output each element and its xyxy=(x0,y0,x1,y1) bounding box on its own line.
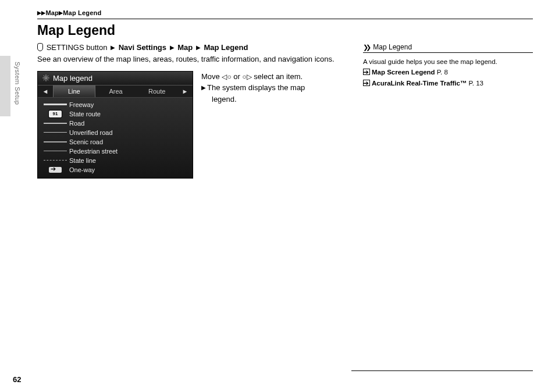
section-label: System Setup xyxy=(14,62,21,105)
screenshot: Map legend ◄ Line Area Route ► Freeway91… xyxy=(37,71,193,179)
instr-line-2: ▶The system displays the map legend.The … xyxy=(201,82,305,105)
legend-label: Pedestrian street xyxy=(69,148,118,155)
note-heading: ❯❯ Map Legend xyxy=(363,43,533,53)
screenshot-title: Map legend xyxy=(53,74,92,83)
crumb-1: Map xyxy=(45,9,59,16)
legend-swatch xyxy=(41,104,69,105)
link-icon xyxy=(363,69,370,75)
legend-swatch xyxy=(41,160,69,161)
legend-swatch xyxy=(41,167,69,173)
gear-icon xyxy=(42,74,49,81)
shield-icon: 91 xyxy=(49,111,62,117)
right-arrow-icon[interactable]: ► xyxy=(177,85,193,97)
legend-swatch xyxy=(41,141,69,142)
legend-row: Unverified road xyxy=(38,128,193,137)
joystick-right-icon: ○▷ xyxy=(242,72,251,82)
settings-button-icon xyxy=(37,43,43,51)
rule xyxy=(37,19,533,19)
link-icon xyxy=(363,80,370,86)
legend-row: Scenic road xyxy=(38,137,193,147)
chevrons-icon: ❯❯ xyxy=(363,44,369,51)
tab-line[interactable]: Line xyxy=(53,85,95,97)
path-step: Map xyxy=(177,43,193,52)
legend-label: State line xyxy=(69,157,96,164)
instructions: Move ◁○ or ○▷ select an item. ▶The syste… xyxy=(201,71,305,105)
legend-label: One-way xyxy=(69,166,95,173)
tri-icon: ▶ xyxy=(170,44,175,51)
legend-label: Freeway xyxy=(69,101,94,108)
joystick-left-icon: ◁○ xyxy=(222,72,231,82)
legend-label: Scenic road xyxy=(69,138,103,145)
legend-row: 91State route xyxy=(38,109,193,119)
page-title: Map Legend xyxy=(37,23,533,38)
legend-swatch: 91 xyxy=(41,111,69,117)
page-number: 62 xyxy=(13,375,21,384)
screenshot-body: Freeway91State routeRoadUnverified roadS… xyxy=(38,98,193,178)
legend-row: State line xyxy=(38,156,193,165)
tri-icon: ▶ xyxy=(196,44,201,51)
path-step: Navi Settings xyxy=(119,43,166,52)
path-step: Map Legend xyxy=(204,43,248,52)
legend-swatch xyxy=(41,123,69,124)
legend-swatch xyxy=(41,132,69,133)
screenshot-tabs: ◄ Line Area Route ► xyxy=(38,85,193,98)
legend-row: Road xyxy=(38,119,193,128)
legend-swatch xyxy=(41,151,69,151)
legend-label: Unverified road xyxy=(69,129,113,136)
left-arrow-icon[interactable]: ◄ xyxy=(38,85,53,97)
breadcrumb: ▶▶Map▶Map Legend xyxy=(37,9,533,16)
path-button: SETTINGS button xyxy=(47,43,108,52)
crumb-2: Map Legend xyxy=(63,9,101,16)
tri-icon: ▶ xyxy=(201,84,206,91)
instr-line-1: Move ◁○ or ○▷ select an item. xyxy=(201,71,305,83)
screenshot-header: Map legend xyxy=(38,72,193,85)
svg-line-5 xyxy=(44,76,45,77)
main-column: SETTINGS button ▶ Navi Settings ▶ Map ▶ … xyxy=(37,43,351,179)
svg-line-6 xyxy=(48,80,49,81)
svg-line-8 xyxy=(48,76,49,77)
side-tab xyxy=(0,56,10,116)
legend-label: Road xyxy=(69,120,84,127)
svg-point-0 xyxy=(45,77,47,79)
note-text: A visual guide helps you see the map leg… xyxy=(363,56,533,67)
legend-label: State route xyxy=(69,111,101,117)
nav-path: SETTINGS button ▶ Navi Settings ▶ Map ▶ … xyxy=(37,43,351,52)
legend-row: Pedestrian street xyxy=(38,147,193,156)
oneway-icon xyxy=(49,167,62,173)
rule xyxy=(351,370,533,371)
note-ref: Map Screen Legend P. 8 xyxy=(363,67,533,77)
svg-line-7 xyxy=(44,80,45,81)
note-column: ❯❯ Map Legend A visual guide helps you s… xyxy=(363,43,533,179)
legend-row: Freeway xyxy=(38,100,193,109)
tri-icon: ▶ xyxy=(111,44,115,51)
tab-area[interactable]: Area xyxy=(95,85,137,97)
intro-text: See an overview of the map lines, areas,… xyxy=(37,54,351,65)
tri-icon: ▶▶ xyxy=(37,10,45,16)
tab-route[interactable]: Route xyxy=(136,85,177,97)
legend-row: One-way xyxy=(38,165,193,174)
note-ref: AcuraLink Real-Time Traffic™ P. 13 xyxy=(363,78,533,88)
